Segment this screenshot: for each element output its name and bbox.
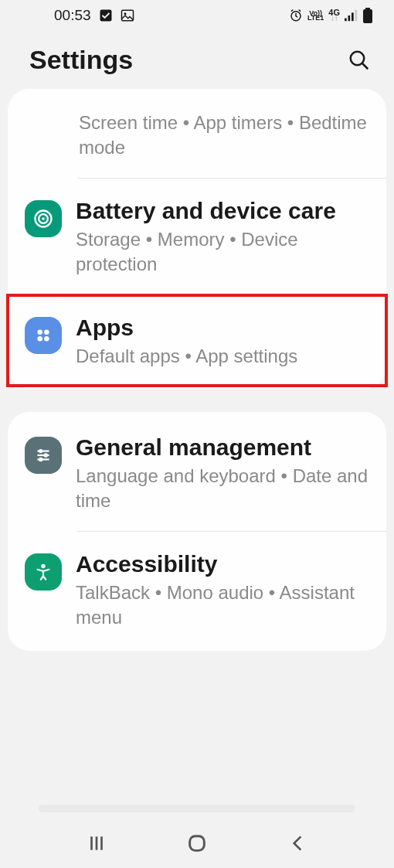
settings-row-general[interactable]: General management Language and keyboard… xyxy=(8,415,386,531)
settings-row-apps[interactable]: Apps Default apps • App settings xyxy=(8,295,386,386)
svg-point-24 xyxy=(39,458,42,461)
svg-rect-4 xyxy=(345,19,347,22)
alarm-icon xyxy=(289,9,303,22)
scroll-indicator xyxy=(39,805,355,812)
row-subtitle: Language and keyboard • Date and time xyxy=(76,464,369,514)
accessibility-icon xyxy=(25,553,62,591)
back-button[interactable] xyxy=(287,833,307,853)
row-subtitle: Default apps • App settings xyxy=(76,344,369,369)
row-title: Battery and device care xyxy=(76,196,369,226)
svg-line-11 xyxy=(362,63,369,69)
row-title: Apps xyxy=(76,312,369,342)
check-icon xyxy=(99,9,113,22)
row-title: Accessibility xyxy=(76,549,369,579)
svg-rect-29 xyxy=(190,836,205,851)
svg-point-2 xyxy=(124,12,126,15)
signal-icon xyxy=(345,9,358,22)
header: Settings xyxy=(0,31,394,89)
apps-icon xyxy=(25,317,62,354)
page-title: Settings xyxy=(29,45,133,75)
settings-content: Screen time • App timers • Bedtime mode … xyxy=(0,89,394,651)
general-management-icon xyxy=(25,437,62,474)
svg-point-10 xyxy=(351,51,365,65)
volte-indicator: Vo)) LTE1 xyxy=(307,11,324,21)
settings-group-system: General management Language and keyboard… xyxy=(8,412,386,651)
svg-point-25 xyxy=(41,563,45,567)
svg-point-14 xyxy=(42,217,45,220)
row-subtitle: TalkBack • Mono audio • Assistant menu xyxy=(76,580,369,631)
settings-row-accessibility[interactable]: Accessibility TalkBack • Mono audio • As… xyxy=(8,532,386,648)
settings-row-digital-wellbeing[interactable]: Screen time • App timers • Bedtime mode xyxy=(8,92,386,178)
svg-rect-0 xyxy=(100,10,111,22)
row-subtitle: Storage • Memory • Device protection xyxy=(76,227,369,277)
row-subtitle: Screen time • App timers • Bedtime mode xyxy=(79,111,369,161)
svg-rect-9 xyxy=(363,9,372,23)
battery-care-icon xyxy=(25,200,62,237)
settings-row-battery[interactable]: Battery and device care Storage • Memory… xyxy=(8,179,386,294)
svg-point-18 xyxy=(44,336,49,342)
navigation-bar xyxy=(0,819,394,868)
network-indicator: 4G ↓↑ xyxy=(328,10,340,22)
row-title: General management xyxy=(76,432,369,462)
search-icon[interactable] xyxy=(348,49,371,72)
svg-point-16 xyxy=(44,329,49,335)
status-time: 00:53 xyxy=(54,7,91,24)
svg-point-20 xyxy=(39,449,42,453)
svg-rect-5 xyxy=(348,15,351,21)
status-right: Vo)) LTE1 4G ↓↑ xyxy=(289,8,372,23)
svg-point-22 xyxy=(44,453,48,457)
svg-point-15 xyxy=(37,329,42,335)
status-left: 00:53 xyxy=(54,7,134,24)
settings-group-device: Screen time • App timers • Bedtime mode … xyxy=(8,89,386,389)
image-icon xyxy=(121,9,134,22)
svg-point-17 xyxy=(37,336,42,342)
status-bar: 00:53 Vo)) LTE1 4G ↓↑ xyxy=(0,0,394,31)
svg-rect-6 xyxy=(352,12,354,21)
recents-button[interactable] xyxy=(87,833,107,853)
svg-rect-8 xyxy=(365,8,370,9)
svg-rect-7 xyxy=(355,10,358,21)
home-button[interactable] xyxy=(186,832,208,854)
battery-icon xyxy=(363,8,372,23)
